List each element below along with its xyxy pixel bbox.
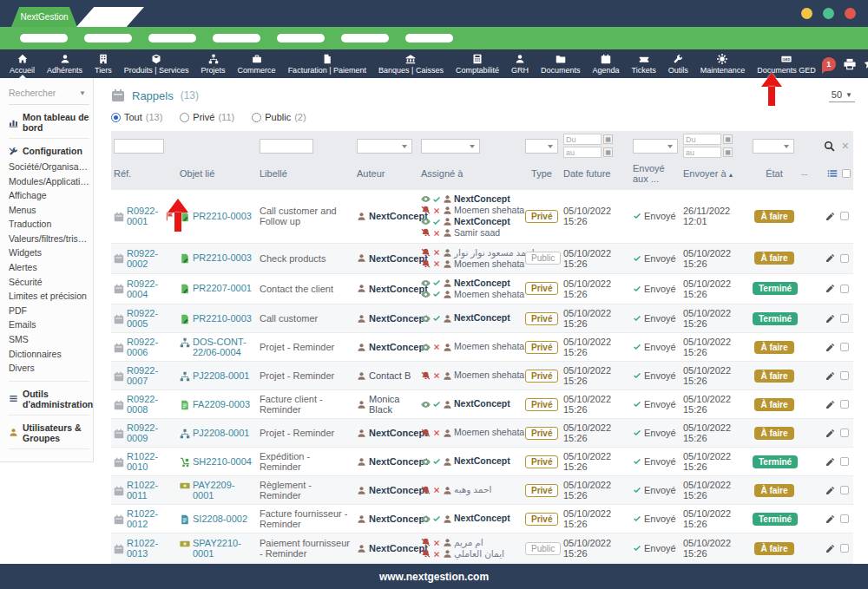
date_future-date-input[interactable] <box>563 147 602 158</box>
edit-pencil-icon[interactable] <box>825 314 835 324</box>
column-header-ref[interactable]: Réf. <box>114 168 131 179</box>
author-link[interactable]: NextConcept <box>369 284 428 294</box>
column-header-type[interactable]: Type <box>531 168 552 179</box>
linked-object-link[interactable]: DOS-CONT-22/06-0004 <box>193 337 254 357</box>
row-checkbox[interactable] <box>840 457 849 466</box>
reminder-ref-link[interactable]: R0922-0008 <box>127 394 174 415</box>
linked-object-link[interactable]: PR2210-0003 <box>193 313 252 324</box>
printer-icon[interactable] <box>844 58 856 70</box>
radio-button[interactable] <box>111 113 121 122</box>
nav-item-documents[interactable]: Documents <box>535 49 587 78</box>
nav-item-tickets[interactable]: Tickets <box>626 49 662 78</box>
sent-filter-select[interactable] <box>633 139 678 154</box>
assignee-name-link[interactable]: NextConcept <box>454 216 510 227</box>
author-link[interactable]: NextConcept <box>369 456 428 467</box>
sidebar-item-valeurs-filtres-tris-par-d-f[interactable]: Valeurs/filtres/tris par déf... <box>9 232 89 246</box>
author-filter-select[interactable] <box>357 139 412 154</box>
column-header-object[interactable]: Objet lié <box>180 168 214 179</box>
assignee-name-link[interactable]: Moemen shehata <box>454 289 524 300</box>
nav-item-facturation-paiement[interactable]: Facturation | Paiement <box>282 49 372 78</box>
linked-object-link[interactable]: PAY2209-0001 <box>193 480 254 501</box>
row-checkbox[interactable] <box>840 544 849 553</box>
row-checkbox[interactable] <box>840 429 849 437</box>
row-checkbox[interactable] <box>840 254 849 263</box>
author-link[interactable]: NextConcept <box>369 543 428 553</box>
page-title[interactable]: Rappels <box>132 89 174 102</box>
edit-pencil-icon[interactable] <box>825 514 835 524</box>
row-checkbox[interactable] <box>840 285 849 293</box>
assignee-name-link[interactable]: NextConcept <box>454 278 510 289</box>
assignee-name-link[interactable]: Moemen shehata <box>454 205 524 216</box>
sidebar-item-limites-et-pr-cision[interactable]: Limites et précision <box>9 289 89 304</box>
column-header-state[interactable]: État <box>766 168 783 179</box>
assignee-name-link[interactable]: Moemen shehata <box>454 427 524 438</box>
assignee-name-link[interactable]: احمد مسعود نوار نوار <box>454 247 535 259</box>
assignee-name-link[interactable]: ام مريم <box>454 537 483 548</box>
reminder-ref-link[interactable]: R0922-0004 <box>127 278 174 299</box>
filter-radio-priv[interactable]: Privé(11) <box>180 112 234 122</box>
reminder-ref-link[interactable]: R0922-0007 <box>127 365 174 386</box>
sidebar-item-configuration[interactable]: Configuration <box>9 146 89 156</box>
edit-pencil-icon[interactable] <box>825 284 835 293</box>
ref-filter-input[interactable] <box>114 139 164 154</box>
reminder-ref-link[interactable]: R1022-0010 <box>127 451 174 472</box>
author-link[interactable]: Contact B <box>369 370 411 381</box>
assignee-name-link[interactable]: Moemen shehata <box>454 370 524 381</box>
calendar-picker-icon[interactable]: ▦ <box>723 134 733 144</box>
author-link[interactable]: NextConcept <box>369 428 428 438</box>
linked-object-link[interactable]: PR2210-0003 <box>193 252 252 263</box>
sidebar-item-affichage[interactable]: Affichage <box>9 188 89 203</box>
column-header-label[interactable]: Libellé <box>260 168 287 179</box>
nav-item-banques-caisses[interactable]: Banques | Caisses <box>372 49 450 78</box>
author-link[interactable]: NextConcept <box>369 211 428 221</box>
sidebar-item-modules-applications[interactable]: Modules/Applications <box>9 174 89 189</box>
sidebar-item-outils-d-administration[interactable]: Outils d'administration <box>9 389 89 409</box>
assignee-name-link[interactable]: NextConcept <box>454 398 510 409</box>
nav-item-commerce[interactable]: Commerce <box>232 49 282 78</box>
assignee-name-link[interactable]: NextConcept <box>454 455 510 467</box>
linked-object-link[interactable]: SPAY2210-0001 <box>193 538 254 559</box>
nav-item-comptabilit[interactable]: Comptabilité <box>450 49 505 78</box>
calendar-picker-icon[interactable]: ▦ <box>603 134 613 144</box>
edit-pencil-icon[interactable] <box>825 371 835 381</box>
assignee-name-link[interactable]: احمد وهبه <box>454 484 491 495</box>
nav-item-grh[interactable]: GRH <box>505 49 535 78</box>
label-filter-input[interactable] <box>260 139 313 154</box>
linked-object-link[interactable]: PR2207-0001 <box>193 283 252 293</box>
edit-pencil-icon[interactable] <box>825 400 835 409</box>
reminder-ref-link[interactable]: R1022-0011 <box>127 480 174 501</box>
assignee-name-link[interactable]: NextConcept <box>454 513 510 524</box>
column-header-date_future[interactable]: Date future <box>563 168 610 179</box>
reminder-ref-link[interactable]: R0922-0001 <box>127 206 158 226</box>
date_future-date-input[interactable] <box>563 134 602 145</box>
sidebar-item-dictionnaires[interactable]: Dictionnaires <box>9 347 89 362</box>
author-link[interactable]: NextConcept <box>369 514 428 524</box>
edit-pencil-icon[interactable] <box>825 429 835 438</box>
assignee-name-link[interactable]: Samir saad <box>454 227 500 239</box>
row-checkbox[interactable] <box>840 343 849 351</box>
nav-item-documents-ged[interactable]: GEDDocuments GED <box>751 49 822 78</box>
assignee-name-link[interactable]: Moemen shehata <box>454 259 524 270</box>
sidebar-item-emails[interactable]: Emails <box>9 317 89 332</box>
assignee-name-link[interactable]: NextConcept <box>454 193 510 205</box>
sidebar-item-traduction[interactable]: Traduction <box>9 217 89 232</box>
row-checkbox[interactable] <box>840 212 849 220</box>
sidebar-item-pdf[interactable]: PDF <box>9 304 89 318</box>
send_at-date-input[interactable] <box>683 147 721 158</box>
nav-item-accueil[interactable]: Accueil <box>3 49 41 78</box>
calendar-picker-icon[interactable]: ▦ <box>723 147 733 157</box>
column-header-assigned[interactable]: Assigné à <box>421 168 463 179</box>
edit-pencil-icon[interactable] <box>825 457 835 467</box>
filter-radio-tout[interactable]: Tout(13) <box>111 112 162 122</box>
sidebar-item-utilisateurs-groupes[interactable]: Utilisateurs & Groupes <box>9 422 89 443</box>
author-link[interactable]: NextConcept <box>369 342 428 352</box>
row-checkbox[interactable] <box>840 371 849 380</box>
type-filter-select[interactable] <box>525 139 558 154</box>
sidebar-item-divers[interactable]: Divers <box>9 361 89 376</box>
reminder-ref-link[interactable]: R1022-0013 <box>127 538 174 559</box>
sidebar-item-sms[interactable]: SMS <box>9 332 89 347</box>
reminder-ref-link[interactable]: R0922-0009 <box>127 422 174 443</box>
assigned-filter-select[interactable] <box>421 139 480 154</box>
nav-item-tiers[interactable]: Tiers <box>89 49 118 78</box>
linked-object-link[interactable]: PR2210-0003 <box>193 211 252 221</box>
